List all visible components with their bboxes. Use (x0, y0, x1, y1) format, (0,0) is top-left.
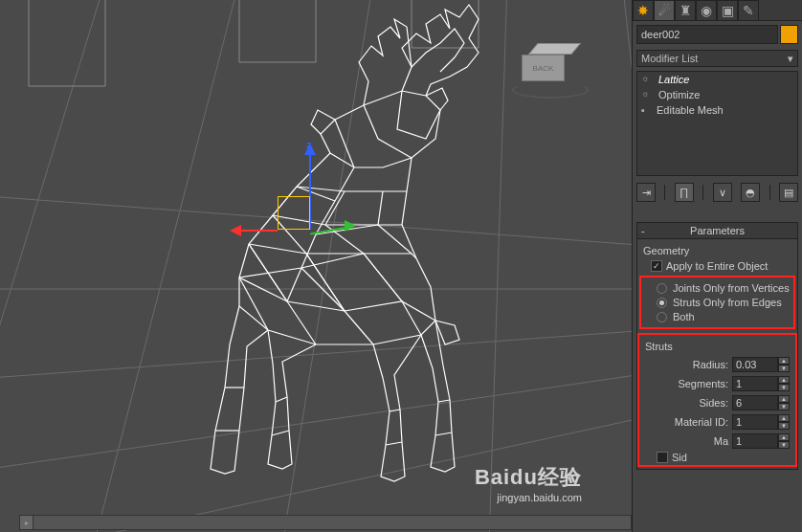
watermark: Baidu经验 jingyan.baidu.com (475, 463, 582, 503)
highlight-radio-group: Joints Only from Vertices Struts Only fr… (639, 276, 795, 329)
modifier-list-dropdown[interactable]: Modifier List (636, 50, 798, 67)
remove-modifier-button[interactable]: ◓ (741, 183, 760, 202)
show-end-result-button[interactable]: ∏ (675, 183, 694, 202)
material-id-input[interactable] (732, 414, 778, 430)
pin-stack-button[interactable]: ⇥ (636, 183, 656, 202)
sides-input[interactable] (732, 395, 778, 410)
svg-line-24 (378, 225, 412, 254)
stack-lattice[interactable]: ☼ Lattice (637, 72, 797, 87)
svg-line-35 (325, 191, 345, 225)
object-name-input[interactable] (636, 25, 778, 44)
svg-line-28 (345, 311, 373, 344)
utilities-tab-icon[interactable]: ✎ (738, 0, 759, 21)
material-id-spinner[interactable]: ▲▼ (778, 414, 790, 430)
command-panel: ✸ ☄ ♜ ◉ ▣ ✎ Modifier List ☼ Lattice ☼ Op… (632, 0, 802, 532)
material-cut-input[interactable] (732, 433, 778, 449)
segments-label: Segments: (645, 378, 732, 389)
lightbulb-icon[interactable]: ☼ (641, 89, 653, 100)
radius-spinner[interactable]: ▲▼ (778, 357, 790, 372)
expand-icon[interactable]: ▪ (641, 104, 653, 116)
viewcube-ring[interactable] (512, 81, 589, 99)
material-cut-spinner[interactable]: ▲▼ (778, 433, 790, 449)
segments-spinner[interactable]: ▲▼ (778, 376, 790, 391)
parameters-rollout-header[interactable]: -Parameters (636, 222, 798, 239)
geometry-group-label: Geometry (643, 245, 791, 256)
radius-label: Radius: (645, 359, 732, 370)
end-caps-checkbox[interactable]: Sid (657, 452, 790, 463)
svg-line-30 (239, 277, 268, 330)
modify-tab-icon[interactable]: ☄ (654, 0, 675, 21)
viewport[interactable]: z BACK ▸ Baidu经验 jingyan.baidu.com (0, 0, 632, 532)
sides-spinner[interactable]: ▲▼ (778, 395, 790, 410)
radio-both[interactable]: Both (657, 311, 790, 322)
modifier-stack[interactable]: ☼ Lattice ☼ Optimize ▪ Editable Mesh (636, 71, 798, 176)
hierarchy-tab-icon[interactable]: ♜ (675, 0, 696, 21)
motion-tab-icon[interactable]: ◉ (696, 0, 717, 21)
svg-line-36 (378, 191, 383, 225)
material-id-label: Material ID: (645, 416, 732, 428)
lightbulb-icon[interactable]: ☼ (641, 74, 653, 85)
segments-input[interactable] (732, 376, 778, 391)
apply-entire-checkbox[interactable]: ✓Apply to Entire Object (651, 260, 791, 272)
stack-optimize[interactable]: ☼ Optimize (637, 87, 797, 102)
timeline-play-icon[interactable]: ▸ (20, 516, 33, 529)
configure-sets-button[interactable]: ▤ (779, 183, 798, 202)
struts-group-label: Struts (645, 341, 790, 352)
material-cut-label: Ma (645, 435, 732, 447)
radio-struts-only[interactable]: Struts Only from Edges (657, 297, 790, 308)
display-tab-icon[interactable]: ▣ (717, 0, 738, 21)
stack-editable-mesh[interactable]: ▪ Editable Mesh (637, 102, 797, 118)
radius-input[interactable] (732, 357, 778, 372)
timeline-bar[interactable]: ▸ (19, 515, 632, 530)
svg-line-27 (287, 301, 316, 344)
highlight-struts-group: Struts Radius: ▲▼ Segments: ▲▼ Sides: ▲▼ (637, 333, 797, 467)
sides-label: Sides: (645, 397, 732, 409)
viewcube[interactable]: BACK (522, 43, 574, 81)
create-tab-icon[interactable]: ✸ (633, 0, 654, 21)
svg-line-38 (364, 254, 402, 301)
radio-joints-only[interactable]: Joints Only from Vertices (657, 282, 790, 294)
make-unique-button[interactable]: ∨ (713, 183, 732, 202)
object-color-swatch[interactable] (780, 25, 798, 44)
